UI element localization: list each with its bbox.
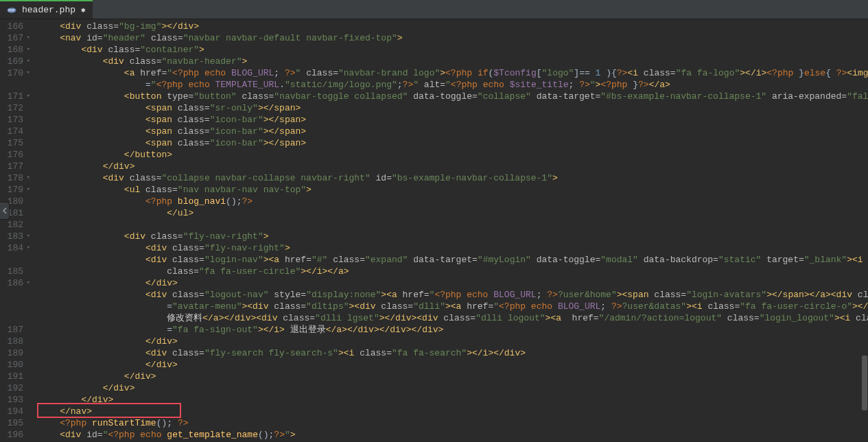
line-number[interactable]: 167▾ [0,32,30,44]
fold-icon[interactable]: ▾ [25,91,30,102]
fold-icon[interactable]: ▾ [25,56,30,67]
line-number[interactable]: 192 [0,382,30,394]
file-tab[interactable]: PHP header.php ✱ [0,0,93,19]
line-number[interactable]: 194 [0,406,30,417]
line-number[interactable]: 178▾ [0,172,30,184]
line-number[interactable]: 187 [0,324,30,336]
code-line[interactable]: </div> [38,382,868,394]
line-number[interactable]: 193 [0,394,30,406]
scrollbar-thumb[interactable] [862,356,867,410]
line-number[interactable]: 176 [0,149,30,161]
code-line[interactable]: </button> [38,149,868,161]
code-line[interactable]: <div id="<?php echo get_template_name();… [38,429,868,441]
line-number[interactable]: 179▾ [0,184,30,196]
tab-filename: header.php [22,5,75,15]
code-line[interactable]: <span class="icon-bar"></span> [38,137,868,149]
line-number[interactable]: 186▾ [0,277,30,289]
line-number[interactable]: 185 [0,266,30,277]
fold-icon[interactable]: ▾ [25,44,30,56]
side-panel-toggle[interactable] [0,202,10,220]
line-number[interactable]: 195 [0,417,30,429]
line-number[interactable]: 169▾ [0,56,30,67]
code-line[interactable]: <span class="sr-only"></span> [38,102,868,114]
code-line[interactable]: <div class="logout-nav" style="display:n… [38,289,868,301]
tab-modified-icon: ✱ [81,5,86,14]
code-line[interactable]: <div class="fly-nav-right"> [38,231,868,242]
code-line[interactable]: </div> [38,336,868,347]
fold-icon[interactable]: ▾ [25,231,30,242]
code-line[interactable]: 修改资料</a></div><div class="dlli lgset"></… [38,312,868,324]
line-number[interactable]: 190 [0,359,30,371]
line-number[interactable]: 172 [0,102,30,114]
code-line[interactable]: ="fa fa-sign-out"></i> 退出登录</a></div></d… [38,324,868,336]
line-number[interactable]: 166 [0,21,30,32]
tab-bar: PHP header.php ✱ [0,0,868,19]
line-number[interactable]: 171▾ [0,91,30,102]
code-line[interactable]: <div class="bg-img"></div> [38,21,868,32]
line-number[interactable]: 191 [0,371,30,382]
code-line[interactable]: <div class="fly-nav-right"> [38,242,868,254]
line-number[interactable]: 173 [0,114,30,126]
code-line[interactable]: </div> [38,277,868,289]
line-number-gutter[interactable]: 166 167▾168▾169▾170▾ 171▾172 173 174 175… [0,19,36,442]
code-line[interactable]: <a href="<?php echo BLOG_URL; ?>" class=… [38,67,868,79]
line-number[interactable]: 188 [0,336,30,347]
code-content[interactable]: <div class="bg-img"></div> <nav id="head… [36,19,868,442]
fold-icon[interactable]: ▾ [25,184,30,196]
svg-text:PHP: PHP [8,9,14,12]
line-number[interactable]: 183▾ [0,231,30,242]
code-line[interactable]: <span class="icon-bar"></span> [38,126,868,137]
code-line[interactable]: <?php blog_navi();?> [38,196,868,207]
fold-icon[interactable]: ▾ [25,172,30,184]
fold-icon[interactable]: ▾ [25,67,30,79]
line-number[interactable]: 174 [0,126,30,137]
code-line[interactable]: </div> [38,371,868,382]
line-number[interactable]: 170▾ [0,67,30,79]
code-line[interactable]: class="fa fa-user-circle"></i></a> [38,266,868,277]
code-line[interactable]: </div> [38,161,868,172]
code-line[interactable]: <span class="icon-bar"></span> [38,114,868,126]
fold-icon[interactable]: ▾ [25,32,30,44]
code-line[interactable]: <div class="fly-search fly-search-s"><i … [38,347,868,359]
line-number[interactable]: 175 [0,137,30,149]
line-number[interactable]: 182 [0,219,30,231]
code-line[interactable]: <div class="container"> [38,44,868,56]
fold-icon[interactable]: ▾ [25,277,30,289]
code-line[interactable]: <?php runStartTime(); ?> [38,417,868,429]
code-line[interactable] [38,219,868,231]
code-line[interactable]: </div> [38,394,868,406]
code-line[interactable]: </ul> [38,207,868,219]
code-line[interactable]: </nav> [38,406,868,417]
code-line[interactable]: <div class="collapse navbar-collapse nav… [38,172,868,184]
line-number[interactable]: 196 [0,429,30,441]
line-number[interactable]: 189 [0,347,30,359]
code-line[interactable]: <button type="button" class="navbar-togg… [38,91,868,102]
code-line[interactable]: ="avatar-menu"><div class="dltips"><div … [38,301,868,312]
code-line[interactable]: <div class="login-nav"><a href="#" class… [38,254,868,266]
line-number[interactable]: 177 [0,161,30,172]
fold-icon[interactable]: ▾ [25,242,30,254]
php-file-icon: PHP [7,5,16,15]
code-line[interactable]: <nav id="header" class="navbar navbar-de… [38,32,868,44]
vertical-scrollbar[interactable] [861,19,868,442]
code-line[interactable]: </div> [38,359,868,371]
line-number[interactable]: 168▾ [0,44,30,56]
code-line[interactable]: <div class="navbar-header"> [38,56,868,67]
editor-area: 166 167▾168▾169▾170▾ 171▾172 173 174 175… [0,19,868,442]
code-line[interactable]: ="<?php echo TEMPLATE_URL."static/img/lo… [38,79,868,91]
code-line[interactable]: <ul class="nav navbar-nav nav-top"> [38,184,868,196]
line-number[interactable]: 184▾ [0,242,30,254]
